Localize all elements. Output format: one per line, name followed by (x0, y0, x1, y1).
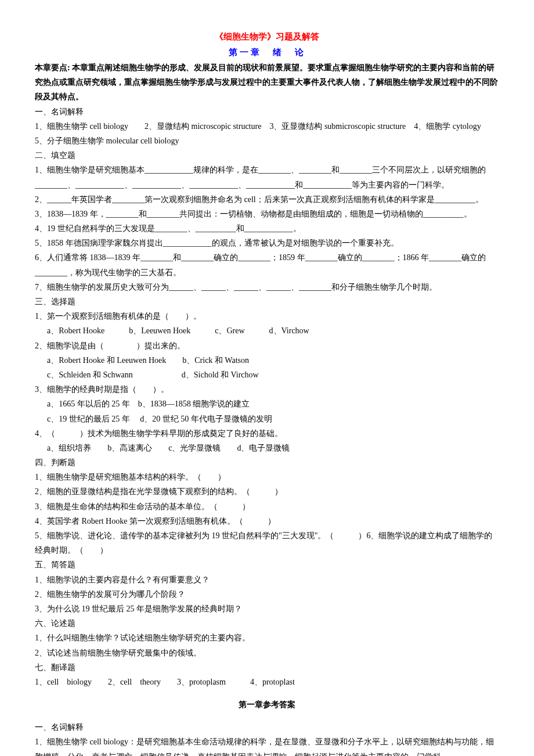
mc-q4-stem: 4、（ ）技术为细胞生物学学科早期的形成奠定了良好的基础。 (35, 426, 499, 441)
tf-2: 2、细胞的亚显微结构是指在光学显微镜下观察到的结构。（ ） (35, 484, 499, 499)
mc-q3-opt2: c、19 世纪的最后 25 年 d、20 世纪 50 年代电子显微镜的发明 (35, 412, 499, 426)
section-heading: 一、名词解释 (35, 105, 499, 119)
term-list-2: 5、分子细胞生物学 molecular cell biology (35, 134, 499, 148)
section-heading: 四、判断题 (35, 455, 499, 470)
mc-q3-stem: 3、细胞学的经典时期是指（ ）。 (35, 382, 499, 397)
keypoints: 本章要点: 本章重点阐述细胞生物学的形成、发展及目前的现状和前景展望。要求重点掌… (35, 60, 499, 105)
translate-1: 1、cell biology 2、cell theory 3、protoplas… (35, 675, 499, 689)
mc-q1-stem: 1、第一个观察到活细胞有机体的是（ ）。 (35, 309, 499, 323)
fill-7: 7、细胞生物学的发展历史大致可分为______、______、______、__… (35, 280, 499, 294)
section-heading: 六、论述题 (35, 616, 499, 631)
ans-term-1: 1、细胞生物学 cell biology：是研究细胞基本生命活动规律的科学，是在… (35, 735, 499, 756)
essay-2: 2、试论述当前细胞生物学研究最集中的领域。 (35, 646, 499, 660)
fill-3: 3、1838—1839 年，________和________共同提出：一切植物… (35, 207, 499, 221)
section-heading: 五、简答题 (35, 557, 499, 572)
sa-3: 3、为什么说 19 世纪最后 25 年是细胞学发展的经典时期？ (35, 602, 499, 616)
tf-3: 3、细胞是生命体的结构和生命活动的基本单位。（ ） (35, 499, 499, 514)
section-heading: 三、选择题 (35, 294, 499, 309)
doc-title: 《细胞生物学》习题及解答 (35, 29, 499, 45)
sa-2: 2、细胞生物学的发展可分为哪几个阶段？ (35, 587, 499, 602)
fill-1: 1、细胞生物学是研究细胞基本____________规律的科学，是在______… (35, 163, 499, 192)
fill-6: 6、人们通常将 1838—1839 年________和________确立的_… (35, 250, 499, 279)
chapter-title: 第一章 绪 论 (35, 45, 499, 60)
sa-1: 1、细胞学说的主要内容是什么？有何重要意义？ (35, 573, 499, 587)
section-heading: 七、翻译题 (35, 660, 499, 675)
fill-4: 4、19 世纪自然科学的三大发现是________、__________和___… (35, 221, 499, 236)
mc-q2-opt2: c、Schleiden 和 Schwann d、Sichold 和 Vircho… (35, 368, 499, 382)
answer-title: 第一章参考答案 (35, 697, 499, 712)
mc-q2-opt1: a、Robert Hooke 和 Leeuwen Hoek b、Crick 和 … (35, 353, 499, 368)
fill-2: 2、______年英国学者________第一次观察到细胞并命名为 cell；后… (35, 192, 499, 207)
tf-1: 1、细胞生物学是研究细胞基本结构的科学。（ ） (35, 470, 499, 484)
section-heading: 二、填空题 (35, 148, 499, 163)
mc-q1-opts: a、Robert Hooke b、Leeuwen Hoek c、Grew d、V… (35, 323, 499, 338)
tf-5-6: 5、细胞学说、进化论、遗传学的基本定律被列为 19 世纪自然科学的"三大发现"。… (35, 528, 499, 557)
term-list-1: 1、细胞生物学 cell biology 2、显微结构 microscopic … (35, 119, 499, 134)
keypoints-text: 本章重点阐述细胞生物学的形成、发展及目前的现状和前景展望。要求重点掌握细胞生物学… (35, 63, 498, 101)
fill-5: 5、1858 年德国病理学家魏尔肖提出____________的观点，通常被认为… (35, 236, 499, 250)
tf-4: 4、英国学者 Robert Hooke 第一次观察到活细胞有机体。（ ） (35, 514, 499, 528)
mc-q3-opt1: a、1665 年以后的 25 年 b、1838—1858 细胞学说的建立 (35, 397, 499, 411)
mc-q2-stem: 2、细胞学说是由（ ）提出来的。 (35, 339, 499, 353)
essay-1: 1、什么叫细胞生物学？试论述细胞生物学研究的主要内容。 (35, 631, 499, 645)
mc-q4-opts: a、组织培养 b、高速离心 c、光学显微镜 d、电子显微镜 (35, 441, 499, 455)
ans-section-heading: 一、名词解释 (35, 720, 499, 735)
keypoints-label: 本章要点: (35, 63, 70, 72)
